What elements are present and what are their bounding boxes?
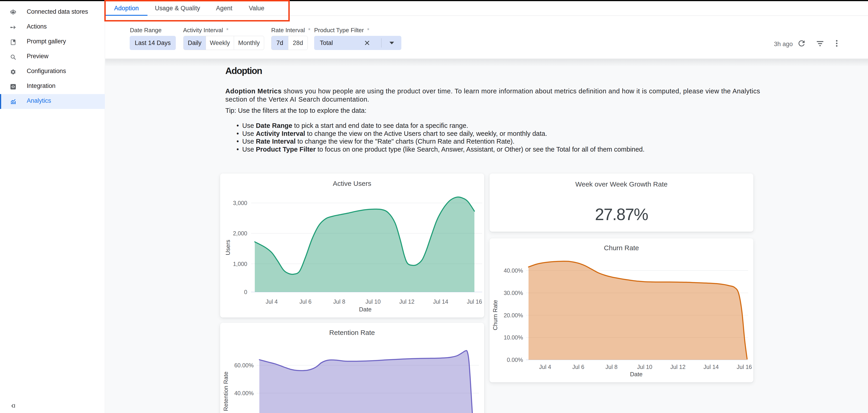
svg-text:1,000: 1,000 <box>233 261 247 267</box>
svg-text:0: 0 <box>244 289 247 295</box>
svg-text:Jul 8: Jul 8 <box>606 364 618 370</box>
svg-text:10.00%: 10.00% <box>504 334 523 341</box>
svg-text:Active Users: Active Users <box>333 180 371 187</box>
svg-text:Churn Rate: Churn Rate <box>604 244 639 252</box>
svg-text:Jul 14: Jul 14 <box>433 298 448 305</box>
svg-text:Churn Rate: Churn Rate <box>492 300 499 330</box>
svg-text:2,000: 2,000 <box>233 230 247 236</box>
svg-text:60.00%: 60.00% <box>234 362 254 369</box>
svg-text:Jul 16: Jul 16 <box>467 298 482 305</box>
svg-text:Jul 12: Jul 12 <box>399 298 414 305</box>
svg-text:Users: Users <box>224 240 231 255</box>
svg-text:0.00%: 0.00% <box>507 357 523 363</box>
svg-text:Jul 6: Jul 6 <box>572 364 584 370</box>
svg-text:Jul 14: Jul 14 <box>703 364 719 370</box>
svg-text:Jul 16: Jul 16 <box>737 364 752 370</box>
svg-text:Date: Date <box>630 371 643 378</box>
svg-text:30.00%: 30.00% <box>504 290 523 296</box>
svg-text:Retention Rate: Retention Rate <box>222 372 229 411</box>
svg-text:Jul 12: Jul 12 <box>670 364 686 370</box>
svg-text:20.00%: 20.00% <box>504 312 523 318</box>
svg-text:Retention Rate: Retention Rate <box>329 329 375 336</box>
svg-text:Jul 10: Jul 10 <box>637 364 652 370</box>
svg-text:Jul 10: Jul 10 <box>366 298 381 305</box>
svg-text:Jul 8: Jul 8 <box>333 298 345 305</box>
svg-text:Date: Date <box>359 306 372 313</box>
svg-text:40.00%: 40.00% <box>504 267 523 274</box>
svg-text:Jul 4: Jul 4 <box>266 298 278 305</box>
svg-text:Jul 4: Jul 4 <box>539 364 551 370</box>
svg-text:3,000: 3,000 <box>233 200 247 206</box>
svg-text:Jul 6: Jul 6 <box>300 298 312 305</box>
svg-text:40.00%: 40.00% <box>234 390 254 396</box>
